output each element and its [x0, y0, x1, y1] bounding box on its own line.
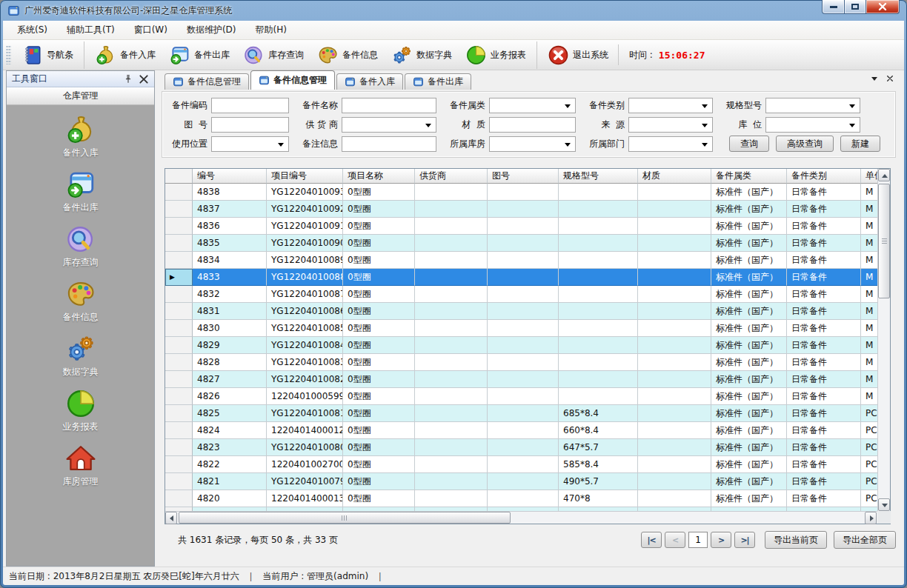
table-row[interactable]: 4824 1220401400012 0型圈 660*8.4 标准件（国产） 日… [165, 422, 877, 439]
scroll-up-button[interactable] [878, 169, 890, 181]
sidebar-item-warehouse-mgmt[interactable]: 库房管理 [36, 443, 125, 488]
table-row[interactable]: 4835 YG12204010090 0型圈 标准件（国产） 日常备件 M [165, 235, 877, 252]
tab-parts-info-mgmt-2[interactable]: 备件信息管理 [250, 70, 335, 90]
menu-system[interactable]: 系统(S) [7, 21, 57, 39]
menu-data-maintenance[interactable]: 数据维护(D) [177, 21, 246, 39]
minimize-button[interactable] [822, 0, 845, 14]
close-tab-icon[interactable] [886, 75, 894, 82]
sidebar-item-parts-info[interactable]: 备件信息 [36, 278, 125, 324]
field-stock-location[interactable] [765, 117, 860, 133]
table-row[interactable]: 4836 YG12204010091 0型圈 标准件（国产） 日常备件 M [165, 218, 877, 235]
toolbar-exit-system[interactable]: 退出系统 [536, 41, 615, 69]
scroll-right-button[interactable] [865, 512, 877, 524]
table-column-header[interactable]: 材质 [638, 169, 711, 184]
table-column-header[interactable]: 供货商 [415, 169, 488, 184]
export-all-pages-button[interactable]: 导出全部页 [834, 531, 896, 549]
table-column-header[interactable]: 备件属类 [711, 169, 787, 184]
horizontal-scroll-thumb[interactable] [179, 512, 511, 524]
close-panel-icon[interactable] [139, 74, 149, 84]
toolbar-parts-outbound[interactable]: 备件出库 [162, 41, 236, 69]
field-source[interactable] [628, 117, 713, 133]
table-row[interactable]: 4838 YG12204010093 0型圈 标准件（国产） 日常备件 M [165, 184, 877, 201]
table-row[interactable]: 4827 YG12204010082 0型圈 标准件（国产） 日常备件 M [165, 371, 877, 388]
table-column-header[interactable]: 规格型号 [559, 169, 638, 184]
table-column-header[interactable]: 单位 [861, 169, 877, 184]
table-row[interactable]: 4829 YG12204010084 0型圈 标准件（国产） 日常备件 M [165, 337, 877, 354]
toolbar-data-dictionary[interactable]: 数据字典 [385, 41, 459, 69]
last-page-button[interactable]: >| [734, 532, 755, 548]
scroll-down-button[interactable] [878, 498, 890, 511]
toolbar-inventory-query[interactable]: 库存查询 [236, 41, 310, 69]
toolbar-grip[interactable] [6, 45, 11, 64]
toolbar-business-report[interactable]: 业务报表 [459, 41, 533, 69]
field-drawing-no[interactable] [211, 117, 289, 133]
query-button[interactable]: 查询 [729, 136, 769, 152]
field-spec-model[interactable] [765, 98, 860, 113]
tab-parts-outbound[interactable]: 备件出库 [405, 73, 471, 90]
field-material[interactable] [489, 117, 576, 133]
tab-list-dropdown-icon[interactable] [871, 77, 877, 81]
page-number-input[interactable] [688, 532, 708, 548]
tab-parts-inbound[interactable]: 备件入库 [336, 73, 403, 90]
pin-icon[interactable] [123, 74, 133, 84]
menu-help[interactable]: 帮助(H) [246, 21, 296, 39]
sidebar-item-inventory-query[interactable]: 库存查询 [36, 224, 125, 269]
menu-window[interactable]: 窗口(W) [124, 21, 177, 39]
export-current-page-button[interactable]: 导出当前页 [765, 531, 827, 549]
close-button[interactable] [866, 0, 900, 14]
table-column-header[interactable]: 项目名称 [343, 169, 415, 184]
table-row[interactable]: 4830 YG12204010085 0型圈 标准件（国产） 日常备件 M [165, 320, 877, 337]
field-use-position[interactable] [211, 136, 289, 152]
table-row[interactable]: 4833 YG12204010088 0型圈 标准件（国产） 日常备件 M [165, 269, 877, 286]
table-column-header[interactable]: 项目编号 [267, 169, 343, 184]
menu-aux-tools[interactable]: 辅助工具(T) [57, 21, 124, 39]
horizontal-scrollbar[interactable] [165, 511, 877, 524]
field-department[interactable] [628, 136, 713, 152]
new-button[interactable]: 新建 [840, 136, 880, 152]
field-part-name[interactable] [342, 98, 436, 113]
table-row[interactable]: 4837 YG12204010092 0型圈 标准件（国产） 日常备件 M [165, 201, 877, 218]
vertical-scroll-thumb[interactable] [878, 184, 890, 298]
field-supplier[interactable] [342, 117, 436, 133]
table-cell [638, 252, 711, 269]
toolbar-parts-info[interactable]: 备件信息 [310, 41, 385, 69]
advanced-query-button[interactable]: 高级查询 [776, 136, 834, 152]
table-cell [488, 473, 559, 490]
table-row[interactable]: 4828 YG12204010083 0型圈 标准件（国产） 日常备件 M [165, 354, 877, 371]
next-page-button[interactable]: > [711, 532, 731, 548]
first-page-button[interactable]: |< [641, 532, 662, 548]
table-row[interactable]: 4832 YG12204010087 0型圈 标准件（国产） 日常备件 M [165, 286, 877, 303]
table-row[interactable]: 4831 YG12204010086 0型圈 标准件（国产） 日常备件 M [165, 303, 877, 320]
sidebar-item-parts-outbound[interactable]: 备件出库 [36, 169, 125, 214]
table-column-header[interactable]: 备件类别 [787, 169, 861, 184]
field-part-category[interactable] [489, 98, 576, 113]
table-row[interactable]: 4826 1220401000599 0型圈 标准件（国产） 日常备件 M [165, 388, 877, 405]
tab-parts-info-mgmt-1[interactable]: 备件信息管理 [165, 73, 249, 90]
row-marker-cell [165, 235, 193, 252]
table-cell: 660*8.4 [559, 422, 638, 439]
table-row[interactable]: 4820 1220401400013 0型圈 470*8 标准件（国产） 日常备… [165, 490, 877, 507]
table-row[interactable]: 4822 1220401002700 0型圈 585*8.4 标准件（国产） 日… [165, 456, 877, 473]
table-row[interactable]: 4821 YG12204010079 0型圈 490*5.7 标准件（国产） 日… [165, 473, 877, 490]
field-part-code[interactable] [211, 98, 289, 113]
sidebar-item-business-report[interactable]: 业务报表 [36, 388, 125, 433]
table-row[interactable]: 4825 YG12204010081 0型圈 685*8.4 标准件（国产） 日… [165, 405, 877, 422]
table-column-header[interactable]: 编号 [193, 169, 267, 184]
vertical-scrollbar[interactable] [877, 169, 890, 511]
toolbar-parts-inbound[interactable]: 备件入库 [84, 41, 162, 69]
sidebar-item-parts-inbound[interactable]: 备件入库 [36, 114, 125, 159]
field-warehouse[interactable] [489, 136, 576, 152]
warehouse-mgmt-section-header[interactable]: 仓库管理 [7, 87, 154, 105]
table-column-header[interactable]: 图号 [488, 169, 559, 184]
toolbar-navigator[interactable]: 导航条 [15, 41, 80, 69]
table-row[interactable]: 4823 YG12204010080 0型圈 647*5.7 标准件（国产） 日… [165, 439, 877, 456]
scroll-left-button[interactable] [165, 512, 177, 524]
prev-page-button[interactable]: < [665, 532, 685, 548]
field-remark[interactable] [342, 136, 436, 152]
maximize-button[interactable] [845, 0, 866, 14]
row-marker-cell [165, 218, 193, 235]
table-row[interactable]: 4834 YG12204010089 0型圈 标准件（国产） 日常备件 M [165, 252, 877, 269]
sidebar-item-data-dictionary[interactable]: 数据字典 [36, 333, 125, 378]
field-part-class[interactable] [628, 98, 713, 113]
row-marker-cell [165, 303, 193, 320]
